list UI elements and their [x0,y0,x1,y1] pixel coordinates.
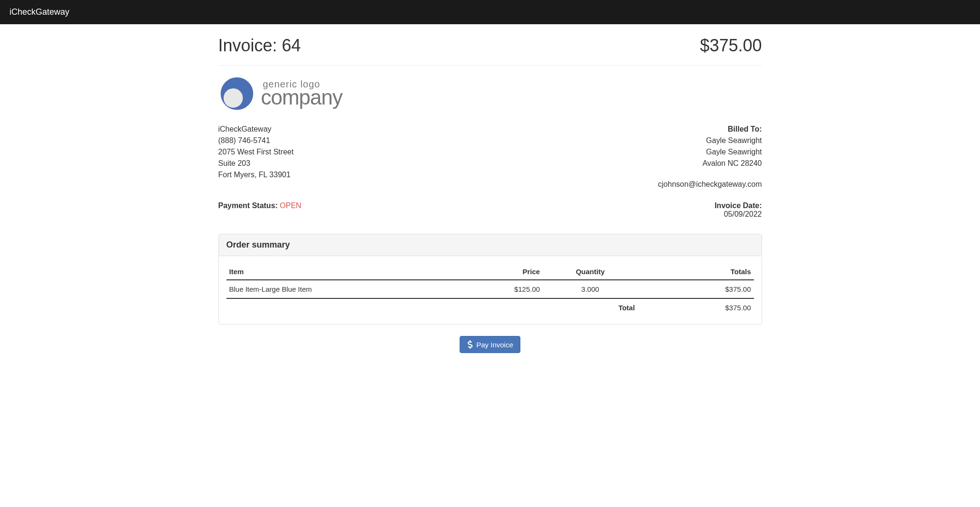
table-row: Blue Item-Large Blue Item $125.00 3.000 … [226,280,754,298]
order-summary-body: Item Price Quantity Totals Blue Item-Lar… [219,256,762,324]
pay-invoice-label: Pay Invoice [476,341,513,349]
company-logo: generic logo company [218,75,762,112]
payment-status: Payment Status: OPEN [218,201,302,219]
invoice-container: Invoice: 64 $375.00 generic logo company… [211,24,769,379]
from-name: iCheckGateway [218,124,294,135]
pay-invoice-button[interactable]: Pay Invoice [460,336,520,353]
total-label: Total [543,298,638,316]
date-label: Invoice Date: [715,201,762,210]
from-addr2: Suite 203 [218,158,294,169]
order-summary-table: Item Price Quantity Totals Blue Item-Lar… [226,264,754,316]
info-row: iCheckGateway (888) 746-5741 2075 West F… [218,124,762,190]
logo-icon [218,75,255,112]
row-total: $375.00 [638,280,754,298]
order-summary-panel: Order summary Item Price Quantity Totals… [218,234,762,325]
date-value: 05/09/2022 [715,210,762,219]
to-block: Billed To: Gayle Seawright Gayle Seawrig… [658,124,762,190]
status-value: OPEN [280,201,301,210]
col-totals: Totals [638,264,754,280]
from-city: Fort Myers, FL 33901 [218,169,294,181]
dollar-icon [467,340,473,349]
status-row: Payment Status: OPEN Invoice Date: 05/09… [218,201,762,219]
row-quantity: 3.000 [543,280,638,298]
invoice-title: Invoice: 64 [218,36,301,56]
invoice-header: Invoice: 64 $375.00 [218,36,762,66]
status-label: Payment Status: [218,201,280,210]
order-summary-heading: Order summary [219,234,762,256]
billed-name2: Gayle Seawright [658,146,762,158]
row-price: $125.00 [448,280,543,298]
billed-label: Billed To: [658,124,762,135]
logo-text: generic logo company [261,79,343,108]
from-addr1: 2075 West First Street [218,146,294,158]
total-value: $375.00 [638,298,754,316]
from-phone: (888) 746-5741 [218,135,294,146]
invoice-amount: $375.00 [700,36,762,56]
col-quantity: Quantity [543,264,638,280]
svg-point-1 [223,88,243,108]
date-block: Invoice Date: 05/09/2022 [715,201,762,219]
col-price: Price [448,264,543,280]
from-block: iCheckGateway (888) 746-5741 2075 West F… [218,124,294,190]
row-item: Blue Item-Large Blue Item [226,280,448,298]
navbar-brand[interactable]: iCheckGateway [9,7,69,17]
pay-wrap: Pay Invoice [218,336,762,353]
logo-line2: company [261,87,343,108]
billed-name1: Gayle Seawright [658,135,762,146]
col-item: Item [226,264,448,280]
billed-city: Avalon NC 28240 [658,158,762,169]
billed-email: cjohnson@icheckgateway.com [658,179,762,190]
navbar: iCheckGateway [0,0,980,24]
